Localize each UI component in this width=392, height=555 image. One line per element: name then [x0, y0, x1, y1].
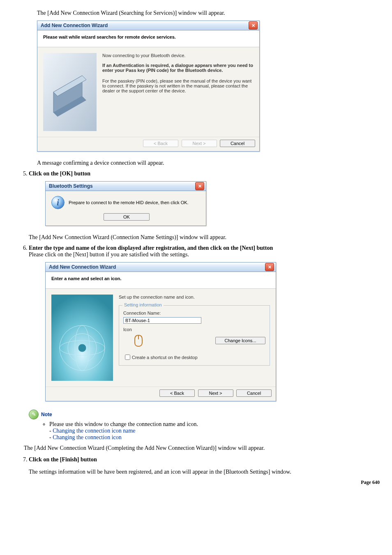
wizard2-footer: < Back Next > Cancel — [46, 387, 276, 401]
step6-detail: Please click on the [Next] button if you… — [29, 251, 189, 258]
link-change-icon[interactable]: Changing the connection icon — [53, 434, 122, 440]
wizard1-line2: For the passkey (PIN code), please see t… — [102, 78, 254, 93]
wizard1-bold-block: If an Authentication is required, a dial… — [102, 63, 254, 73]
note-icon: ✎ — [29, 410, 39, 419]
intro-text: The [Add New Connection Wizard (Searchin… — [37, 10, 380, 16]
mouse-icon — [131, 334, 145, 348]
wizard-searching-services: Add New Connection Wizard ✕ Please wait … — [37, 21, 260, 152]
close-icon[interactable]: ✕ — [249, 21, 258, 30]
wizard1-content: Now connecting to your Bluetooth device.… — [102, 53, 254, 131]
back-button: < Back — [143, 140, 178, 147]
shortcut-checkbox[interactable] — [125, 355, 130, 360]
wizard2-body: Set up the connection name and icon. Set… — [46, 289, 276, 387]
shortcut-checkbox-row: Create a shortcut on the desktop — [123, 353, 265, 361]
wizard1-side-image — [43, 53, 97, 131]
link-change-icon-name[interactable]: Changing the connection icon name — [53, 428, 135, 434]
back-button[interactable]: < Back — [159, 389, 195, 397]
step-7: Click on the [Finish] button The setting… — [29, 456, 380, 475]
msgbox-title: Bluetooth Settings — [47, 183, 195, 189]
close-icon[interactable]: ✕ — [265, 263, 274, 271]
wizard2-titlebar: Add New Connection Wizard ✕ — [46, 263, 276, 272]
page-number: Page 640 — [21, 479, 380, 486]
wizard1-title: Add New Connection Wizard — [39, 23, 249, 28]
next-button: Next > — [182, 140, 217, 147]
note-link1-prefix: - — [49, 428, 53, 434]
wizard1-line1: Now connecting to your Bluetooth device. — [102, 53, 254, 58]
msgbox-text: Prepare to connect to the remote HID dev… — [69, 200, 189, 205]
note-label: Note — [41, 412, 52, 417]
note-link2-prefix: - — [49, 434, 53, 440]
step-6: Enter the type and name of the icon disp… — [29, 245, 380, 401]
note-heading: ✎ Note — [29, 410, 380, 419]
bluetooth-settings-msgbox: Bluetooth Settings ✕ i Prepare to connec… — [45, 181, 206, 226]
wizard1-titlebar: Add New Connection Wizard ✕ — [37, 21, 259, 30]
shortcut-checkbox-label: Create a shortcut on the desktop — [132, 355, 198, 360]
connection-name-label: Connection Name: — [123, 311, 265, 315]
change-icons-button[interactable]: Change Icons... — [215, 337, 265, 344]
after-note-text: The [Add New Connection Wizard (Completi… — [24, 445, 380, 451]
svg-point-9 — [78, 344, 86, 352]
cancel-button[interactable]: Cancel — [220, 140, 255, 147]
cancel-button[interactable]: Cancel — [236, 389, 272, 397]
wizard1-footer: < Back Next > Cancel — [37, 137, 259, 151]
next-button[interactable]: Next > — [198, 389, 233, 397]
setting-info-group: Setting information Connection Name: Ico… — [119, 305, 270, 366]
wizard2-header: Enter a name and select an icon. — [46, 272, 276, 289]
wizard2-title: Add New Connection Wizard — [47, 264, 265, 270]
msgbox-body: i Prepare to connect to the remote HID d… — [46, 191, 206, 212]
ok-button[interactable]: OK — [104, 213, 150, 221]
step5-label: Click on the [OK] button — [29, 170, 90, 177]
setting-info-legend: Setting information — [122, 302, 164, 307]
note-bullet: Please use this window to change the con… — [49, 421, 380, 441]
icon-label: Icon — [123, 327, 265, 332]
info-icon: i — [51, 196, 65, 209]
close-icon[interactable]: ✕ — [195, 182, 204, 190]
wizard-name-icon: Add New Connection Wizard ✕ Enter a name… — [45, 262, 276, 401]
step7-label: Click on the [Finish] button — [29, 456, 97, 463]
connection-name-input[interactable] — [123, 317, 201, 324]
wizard2-content: Set up the connection name and icon. Set… — [119, 295, 270, 381]
wizard2-side-image — [51, 295, 113, 381]
wizard1-header: Please wait while wizard searches for re… — [37, 30, 259, 47]
svg-rect-4 — [51, 295, 113, 381]
msgbox-footer: OK — [46, 212, 206, 226]
after-wizard1-text: A message confirming a device connection… — [37, 160, 380, 166]
msgbox-titlebar: Bluetooth Settings ✕ — [46, 182, 206, 191]
step7-detail: The settings information will be have be… — [29, 469, 380, 475]
after-msgbox-text: The [Add New Connection Wizard (Connecti… — [29, 234, 380, 241]
step-5: Click on the [OK] button Bluetooth Setti… — [29, 170, 380, 241]
wizard1-body: Now connecting to your Bluetooth device.… — [37, 47, 259, 137]
step6-label: Enter the type and name of the icon disp… — [29, 245, 273, 251]
note-bullet-intro: Please use this window to change the con… — [49, 421, 198, 427]
wizard2-intro: Set up the connection name and icon. — [119, 295, 270, 299]
